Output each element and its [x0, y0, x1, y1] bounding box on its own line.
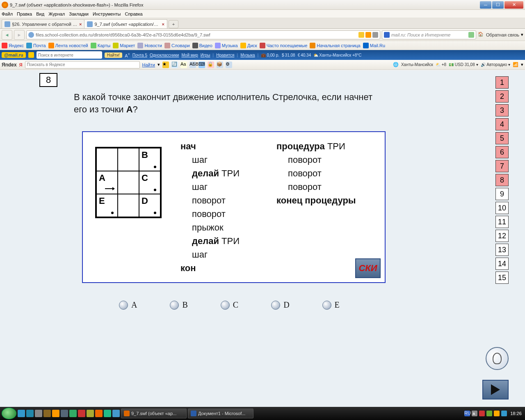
yandex-search[interactable]	[25, 61, 140, 68]
quicklaunch-icon[interactable]	[35, 410, 42, 417]
forward-button[interactable]: ►	[14, 30, 25, 40]
nav-q13[interactable]: 13	[495, 244, 509, 256]
new-tab-button[interactable]: +	[169, 20, 178, 28]
quicklaunch-icon[interactable]	[52, 410, 59, 417]
mailru-link-igry[interactable]: Игры	[201, 53, 210, 57]
nav-q14[interactable]: 14	[495, 258, 509, 270]
home-button[interactable]: 🏠	[478, 32, 484, 38]
bm-video[interactable]: Видео	[192, 43, 212, 48]
yandex-tool-icon[interactable]: ⚙	[226, 62, 232, 68]
mailru-link-nrav[interactable]: Нравится	[216, 53, 234, 57]
lang-indicator[interactable]: RU	[464, 411, 470, 416]
nav-q12[interactable]: 12	[495, 230, 509, 242]
bm-pochta[interactable]: Почта	[26, 43, 46, 48]
option-c[interactable]: C	[221, 300, 238, 310]
yandex-logo[interactable]: Яndex	[2, 62, 17, 68]
hint-button[interactable]	[486, 347, 509, 370]
bm-novosti[interactable]: Новости	[137, 43, 162, 48]
feedback-dropdown-icon[interactable]: ▾	[521, 32, 523, 37]
bm-mailru[interactable]: Mail.Ru	[363, 43, 385, 48]
start-button[interactable]	[2, 408, 16, 419]
mailru-search[interactable]	[37, 51, 102, 59]
bm-market[interactable]: Маркет	[113, 43, 135, 48]
yandex-tool-icon[interactable]: Aа	[180, 62, 187, 68]
radio-icon[interactable]	[170, 301, 179, 310]
quicklaunch-icon[interactable]	[95, 410, 103, 417]
menu-view[interactable]: Вид	[36, 11, 44, 16]
radio-icon[interactable]	[119, 301, 128, 310]
nav-q2[interactable]: 2	[495, 90, 509, 103]
dropdown-icon[interactable]	[372, 32, 378, 38]
quicklaunch-icon[interactable]	[43, 410, 51, 417]
mailru-link-odno[interactable]: Одноклассники	[150, 53, 179, 57]
menu-tools[interactable]: Инструменты	[93, 11, 121, 16]
menu-bookmarks[interactable]: Закладки	[69, 11, 89, 16]
bm-lenta[interactable]: Лента новостей	[48, 43, 88, 48]
menu-help[interactable]: Справка	[125, 11, 142, 16]
tab-close-icon[interactable]: ×	[79, 22, 82, 27]
tray-icon[interactable]	[494, 411, 500, 416]
mailru-logo[interactable]: @mail.ru	[2, 52, 26, 58]
quicklaunch-icon[interactable]	[104, 410, 111, 417]
menu-file[interactable]: Файл	[2, 11, 13, 16]
bm-disk[interactable]: Диск	[240, 43, 257, 48]
bm-muzyka[interactable]: Музыка	[215, 43, 238, 48]
nav-q4[interactable]: 4	[495, 118, 509, 130]
menu-history[interactable]: Журнал	[48, 11, 65, 16]
bm-nachal[interactable]: Начальная страница	[310, 43, 360, 48]
tab-1[interactable]: §26. Управление с обратной связью ×	[2, 19, 84, 28]
dropdown-icon[interactable]: ▾	[521, 62, 523, 67]
radio-icon[interactable]	[271, 301, 280, 310]
quicklaunch-icon[interactable]	[78, 410, 85, 417]
yandex-tool-icon[interactable]: 🔒	[208, 62, 214, 68]
next-button[interactable]	[482, 380, 509, 399]
nav-q6[interactable]: 6	[495, 146, 509, 158]
feedback-link[interactable]: Обратная связь	[486, 32, 519, 37]
rss-icon[interactable]	[365, 32, 371, 38]
window-minimize-button[interactable]: ─	[480, 1, 491, 9]
ski-button[interactable]: СКИ	[355, 258, 381, 278]
mailru-link-muz[interactable]: Музыка	[240, 53, 255, 57]
tray-icon[interactable]	[501, 411, 507, 416]
option-e[interactable]: E	[322, 300, 340, 310]
nav-q7[interactable]: 7	[495, 160, 509, 172]
url-bar[interactable]: files.school-collection.edu.ru/dlrstore/…	[26, 30, 380, 39]
nav-q9[interactable]: 9	[495, 188, 509, 200]
yandex-search-input[interactable]	[27, 62, 138, 67]
mailru-link-moymir[interactable]: Мой мир	[181, 53, 198, 57]
window-maximize-button[interactable]: ☐	[492, 1, 504, 9]
yandex-city[interactable]: Ханты-Мансийск	[401, 62, 433, 67]
bm-slovari[interactable]: Словари	[164, 43, 190, 48]
tray-icon[interactable]	[479, 411, 485, 416]
taskbar-task-firefox[interactable]: 9_7.swf (объект «ap...	[121, 409, 187, 418]
bm-karty[interactable]: Карты	[91, 43, 110, 48]
search-engine-icon[interactable]	[384, 32, 390, 38]
quicklaunch-icon[interactable]	[26, 410, 34, 417]
window-close-button[interactable]: ✕	[504, 1, 523, 9]
yandex-audio[interactable]: 🔊 Авторадио ▾	[481, 62, 510, 67]
quicklaunch-icon[interactable]	[18, 410, 25, 417]
yandex-tool-icon[interactable]: АБВ	[189, 62, 196, 68]
tray-icon[interactable]: ▲	[472, 411, 477, 416]
radio-icon[interactable]	[221, 301, 230, 310]
quicklaunch-icon[interactable]	[69, 410, 77, 417]
mailru-link-pochta[interactable]: Почта 5	[132, 53, 147, 57]
nav-q1[interactable]: 1	[495, 76, 509, 89]
mailru-find-button[interactable]: Найти!	[105, 52, 122, 58]
back-button[interactable]: ◄	[2, 30, 12, 40]
yandex-tool-icon[interactable]: ⌨	[199, 62, 205, 68]
yandex-tool-icon[interactable]: 📦	[217, 62, 223, 68]
bm-yandex[interactable]: Яндекс	[2, 43, 24, 48]
menu-edit[interactable]: Правка	[17, 11, 32, 16]
mailru-search-input[interactable]	[38, 53, 100, 57]
option-b[interactable]: B	[170, 300, 187, 310]
dropdown-icon[interactable]: ▾	[158, 62, 160, 67]
option-a[interactable]: A	[119, 300, 137, 310]
radio-icon[interactable]	[322, 301, 331, 310]
nav-q11[interactable]: 11	[495, 216, 509, 228]
bookmark-star-icon[interactable]	[358, 32, 364, 38]
nav-q3[interactable]: 3	[495, 104, 509, 116]
nav-q5[interactable]: 5	[495, 132, 509, 144]
search-box[interactable]: mail.ru: Поиск в Интернете	[382, 30, 476, 39]
yandex-tool-icon[interactable]: 🔄	[171, 62, 178, 68]
